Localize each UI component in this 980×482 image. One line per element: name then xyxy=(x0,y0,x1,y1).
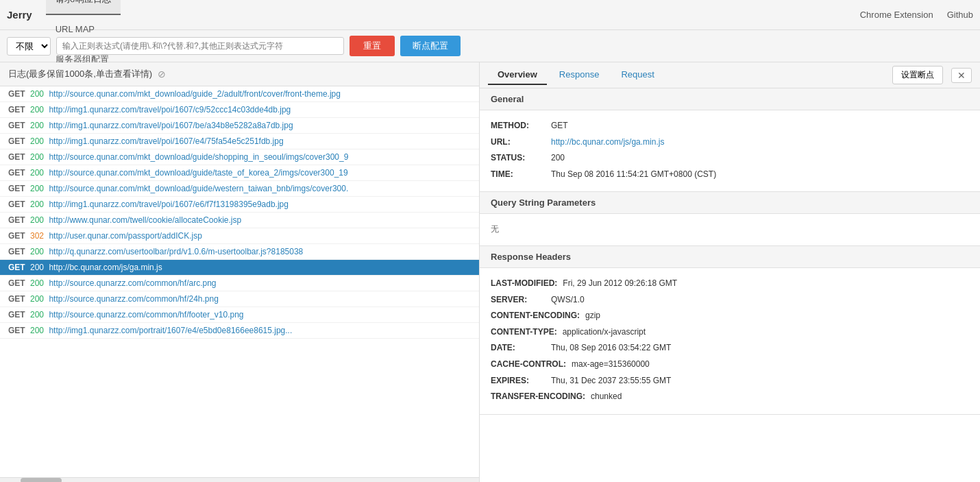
log-url: http://source.qunar.com/mkt_download/gui… xyxy=(49,184,348,193)
log-method: GET xyxy=(8,263,27,272)
log-method: GET xyxy=(8,231,27,241)
response-header-row: CONTENT-TYPE:application/x-javascript xyxy=(491,325,969,340)
log-item[interactable]: GET 200 http://source.qunarzz.com/common… xyxy=(0,291,479,307)
toolbar: 不限 重置 断点配置 xyxy=(0,30,980,62)
query-string-header: Query String Parameters xyxy=(480,192,980,214)
response-header-row: EXPIRES:Thu, 31 Dec 2037 23:55:55 GMT xyxy=(491,374,969,389)
log-url: http://source.qunarzz.com/common/hf/24h.… xyxy=(49,294,218,304)
response-header-row: TRANSFER-ENCODING:chunked xyxy=(491,389,969,405)
breakpoint-button[interactable]: 断点配置 xyxy=(400,36,461,56)
log-item[interactable]: GET 200 http://img1.qunarzz.com/travel/p… xyxy=(0,118,479,134)
general-section: General METHOD:GETURL:http://bc.qunar.co… xyxy=(480,88,980,192)
response-header-value: QWS/1.0 xyxy=(551,293,585,308)
log-scrollbar[interactable] xyxy=(0,477,479,482)
response-header-key: LAST-MODIFIED: xyxy=(491,276,557,291)
log-url: http://q.qunarzz.com/usertoolbar/prd/v1.… xyxy=(49,247,303,256)
reset-button[interactable]: 重置 xyxy=(350,36,395,56)
query-string-body: 无 xyxy=(480,214,980,245)
log-item[interactable]: GET 200 http://source.qunarzz.com/common… xyxy=(0,276,479,291)
log-status: 200 xyxy=(30,278,46,288)
log-item[interactable]: GET 200 http://source.qunar.com/mkt_down… xyxy=(0,86,479,102)
left-panel: 日志(最多保留1000条,单击查看详情) ⊘ GET 200 http://so… xyxy=(0,62,480,482)
log-url: http://source.qunarzz.com/common/hf/arc.… xyxy=(49,278,216,288)
log-item[interactable]: GET 302 http://user.qunar.com/passport/a… xyxy=(0,228,479,244)
log-list: GET 200 http://source.qunar.com/mkt_down… xyxy=(0,86,479,477)
nav-brand: Jerry xyxy=(7,9,32,21)
log-status: 200 xyxy=(30,247,46,256)
no-param-label: 无 xyxy=(491,224,499,234)
log-method: GET xyxy=(8,184,27,193)
right-tab-response[interactable]: Response xyxy=(550,65,609,85)
right-tab-request[interactable]: Request xyxy=(611,65,663,85)
response-header-row: CONTENT-ENCODING:gzip xyxy=(491,309,969,324)
main-area: 日志(最多保留1000条,单击查看详情) ⊘ GET 200 http://so… xyxy=(0,62,980,482)
log-method: GET xyxy=(8,152,27,162)
response-header-row: CACHE-CONTROL:max-age=315360000 xyxy=(491,357,969,372)
log-item[interactable]: GET 200 http://source.qunar.com/mkt_down… xyxy=(0,165,479,181)
log-item[interactable]: GET 200 http://q.qunarzz.com/usertoolbar… xyxy=(0,244,479,260)
log-status: 200 xyxy=(30,184,46,193)
log-item[interactable]: GET 200 http://img1.qunarzz.com/travel/p… xyxy=(0,102,479,118)
log-url: http://www.qunar.com/twell/cookie/alloca… xyxy=(49,215,241,225)
log-url: http://img1.qunarzz.com/travel/poi/1607/… xyxy=(49,105,291,115)
response-header-value: application/x-javascript xyxy=(563,325,646,340)
field-key: URL: xyxy=(491,135,546,150)
field-value: GET xyxy=(551,119,568,134)
log-item[interactable]: GET 200 http://img1.qunarzz.com/portrait… xyxy=(0,323,479,339)
response-header-key: DATE: xyxy=(491,341,546,356)
log-status: 200 xyxy=(30,263,46,272)
log-item[interactable]: GET 200 http://img1.qunarzz.com/travel/p… xyxy=(0,197,479,213)
nav-item-log[interactable]: 请求/响应日志 xyxy=(46,0,121,15)
right-tabs: OverviewResponseRequest 设置断点 ✕ xyxy=(480,62,980,88)
log-status: 200 xyxy=(30,326,46,335)
log-method: GET xyxy=(8,278,27,288)
right-tab-list: OverviewResponseRequest xyxy=(488,65,664,85)
response-header-value: Fri, 29 Jun 2012 09:26:18 GMT xyxy=(563,276,677,291)
response-header-value: Thu, 31 Dec 2037 23:55:55 GMT xyxy=(551,374,671,389)
field-key: METHOD: xyxy=(491,119,546,134)
response-header-key: TRANSFER-ENCODING: xyxy=(491,389,585,405)
log-url: http://img1.qunarzz.com/travel/poi/1607/… xyxy=(49,136,283,146)
general-header: General xyxy=(480,88,980,110)
response-header-key: CACHE-CONTROL: xyxy=(491,357,566,372)
set-breakpoint-button[interactable]: 设置断点 xyxy=(892,66,943,84)
filter-input[interactable] xyxy=(56,37,344,55)
log-item[interactable]: GET 200 http://www.qunar.com/twell/cooki… xyxy=(0,213,479,228)
limit-select[interactable]: 不限 xyxy=(7,37,51,56)
field-key: TIME: xyxy=(491,167,546,182)
field-key: STATUS: xyxy=(491,151,546,166)
log-method: GET xyxy=(8,310,27,320)
log-url: http://img1.qunarzz.com/portrait/1607/e4… xyxy=(49,326,292,335)
log-status: 200 xyxy=(30,105,46,115)
response-headers-section: Response Headers LAST-MODIFIED:Fri, 29 J… xyxy=(480,246,980,415)
log-method: GET xyxy=(8,136,27,146)
chrome-ext-link[interactable]: Chrome Extension xyxy=(860,10,933,20)
log-method: GET xyxy=(8,294,27,304)
log-item[interactable]: GET 200 http://source.qunar.com/mkt_down… xyxy=(0,149,479,165)
close-right-button[interactable]: ✕ xyxy=(951,68,972,83)
query-string-section: Query String Parameters 无 xyxy=(480,192,980,246)
field-value: Thu Sep 08 2016 11:54:21 GMT+0800 (CST) xyxy=(551,167,716,182)
log-item[interactable]: GET 200 http://bc.qunar.com/js/ga.min.js xyxy=(0,260,479,276)
log-method: GET xyxy=(8,121,27,130)
log-url: http://source.qunar.com/mkt_download/gui… xyxy=(49,89,341,99)
log-status: 200 xyxy=(30,215,46,225)
response-header-row: SERVER:QWS/1.0 xyxy=(491,293,969,308)
log-item[interactable]: GET 200 http://source.qunarzz.com/common… xyxy=(0,307,479,323)
github-link[interactable]: Github xyxy=(947,10,973,20)
log-status: 200 xyxy=(30,168,46,178)
log-status: 302 xyxy=(30,231,46,241)
right-tab-overview[interactable]: Overview xyxy=(488,65,547,85)
log-item[interactable]: GET 200 http://source.qunar.com/mkt_down… xyxy=(0,181,479,197)
log-url: http://source.qunarzz.com/common/hf/foot… xyxy=(49,310,243,320)
log-url: http://source.qunar.com/mkt_download/gui… xyxy=(49,168,347,178)
log-status: 200 xyxy=(30,136,46,146)
response-header-value: max-age=315360000 xyxy=(572,357,650,372)
log-url: http://user.qunar.com/passport/addICK.js… xyxy=(49,231,201,241)
response-header-value: chunked xyxy=(591,389,622,405)
response-header-value: gzip xyxy=(585,309,600,324)
clear-log-icon[interactable]: ⊘ xyxy=(158,69,166,80)
log-url: http://source.qunar.com/mkt_download/gui… xyxy=(49,152,348,162)
log-status: 200 xyxy=(30,294,46,304)
log-item[interactable]: GET 200 http://img1.qunarzz.com/travel/p… xyxy=(0,134,479,149)
